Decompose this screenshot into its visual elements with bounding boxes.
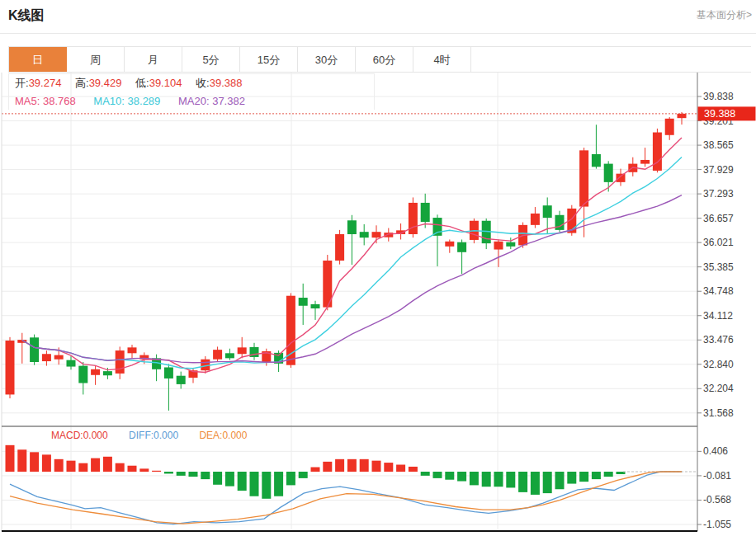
current-price-badge: 39.388 [698, 106, 756, 120]
ohlc-info-box: 开:39.274 高:39.429 低:39.104 收:39.388 MA5:… [8, 73, 375, 110]
svg-text:39.838: 39.838 [703, 91, 734, 102]
ma20-label: MA20: [178, 95, 210, 107]
ma-row: MA5: 38.768 MA10: 38.289 MA20: 37.382 [9, 92, 374, 110]
ma10-label: MA10: [93, 95, 125, 107]
open-label: 开: [15, 77, 29, 89]
ohlc-row: 开:39.274 高:39.429 低:39.104 收:39.388 [9, 74, 374, 92]
open-value: 39.274 [29, 77, 62, 89]
svg-text:37.929: 37.929 [703, 164, 734, 176]
svg-text:38.565: 38.565 [703, 139, 734, 151]
svg-text:36.021: 36.021 [703, 237, 734, 248]
macd-info-row: MACD:0.000 DIFF:0.000 DEA:0.000 [51, 429, 247, 442]
low-value: 39.104 [149, 77, 182, 89]
svg-text:-1.055: -1.055 [703, 519, 731, 530]
ma5-value: 38.768 [43, 95, 76, 107]
svg-text:35.385: 35.385 [703, 261, 734, 273]
svg-text:36.657: 36.657 [703, 213, 734, 224]
svg-text:33.476: 33.476 [703, 334, 734, 346]
diff-label: DIFF: [129, 430, 154, 441]
svg-text:0.406: 0.406 [703, 445, 728, 457]
ma10-value: 38.289 [128, 95, 161, 107]
low-label: 低: [135, 77, 149, 89]
svg-text:32.840: 32.840 [703, 359, 734, 370]
diff-value: 0.000 [154, 430, 178, 441]
macd-label: MACD: [51, 430, 83, 441]
svg-text:-0.568: -0.568 [703, 494, 731, 505]
svg-text:34.748: 34.748 [703, 285, 734, 297]
dea-label: DEA: [199, 430, 222, 441]
close-label: 收: [196, 77, 210, 89]
ma5-label: MA5: [15, 95, 40, 107]
svg-text:32.204: 32.204 [703, 383, 734, 394]
svg-text:39.388: 39.388 [704, 108, 735, 120]
dea-value: 0.000 [222, 430, 247, 441]
price-y-axis-labels: 39.83839.20138.56537.92937.29336.65736.0… [697, 91, 734, 419]
candles[interactable] [6, 112, 687, 411]
high-label: 高: [75, 77, 89, 89]
ma20-value: 37.382 [212, 95, 245, 107]
macd-y-axis-labels: 0.406-0.081-0.568-1.055 [697, 445, 731, 530]
svg-text:31.568: 31.568 [703, 407, 734, 419]
svg-text:34.112: 34.112 [703, 310, 733, 322]
macd-value: 0.000 [83, 430, 108, 441]
high-value: 39.429 [89, 77, 122, 89]
close-value: 39.388 [210, 77, 243, 89]
svg-text:-0.081: -0.081 [703, 470, 731, 482]
svg-text:37.293: 37.293 [703, 188, 734, 200]
